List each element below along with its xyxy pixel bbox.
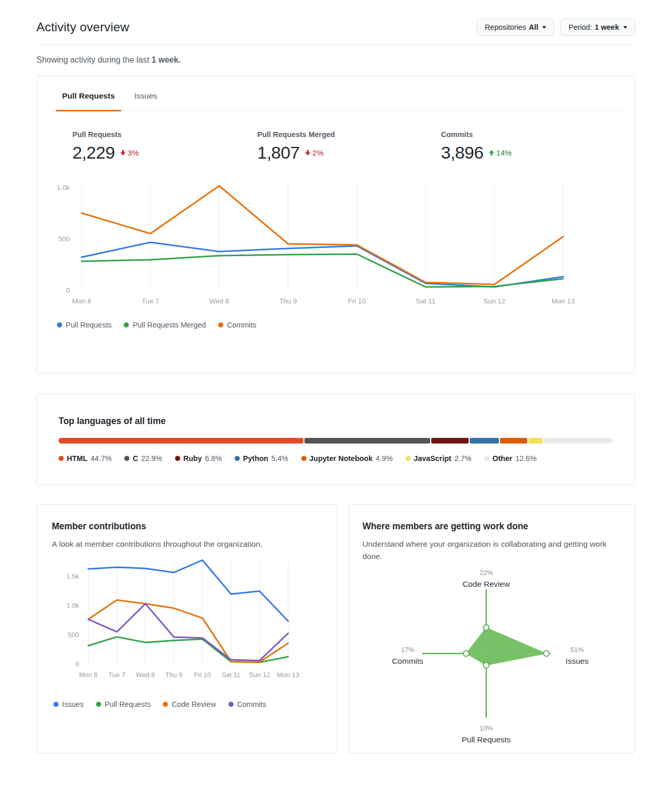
legend-dot-icon	[484, 456, 489, 461]
language-percent: 12.6%	[515, 454, 536, 463]
stat-value: 2,229	[72, 143, 115, 163]
legend-dot-icon	[228, 702, 234, 707]
legend-dot-icon	[301, 456, 306, 461]
languages-title: Top languages of all time	[59, 416, 613, 427]
activity-tabbar: Pull Requests Issues	[50, 76, 621, 111]
repositories-filter-button[interactable]: Repositories All	[477, 18, 554, 36]
svg-text:Mon 6: Mon 6	[79, 671, 98, 679]
language-bar-segment	[500, 438, 527, 444]
svg-text:Fri 10: Fri 10	[348, 297, 366, 305]
language-legend-item: Python5.4%	[235, 454, 288, 463]
language-bar-segment	[544, 438, 613, 444]
svg-text:Sat 11: Sat 11	[416, 297, 435, 305]
language-name: C	[132, 454, 138, 463]
svg-text:Sun 12: Sun 12	[484, 297, 506, 305]
activity-card: Pull Requests Issues Pull Requests 2,229…	[36, 75, 635, 373]
stat-pull-requests: Pull Requests 2,229 3%	[72, 130, 257, 163]
pull-requests-line-chart: Mon 6Tue 7Wed 8Thu 9Fri 10Sat 11Sun 12Mo…	[37, 178, 635, 313]
legend-item: Commits	[218, 321, 256, 329]
legend-dot-icon	[96, 702, 101, 707]
legend-item: Commits	[228, 700, 266, 708]
period-filter-button[interactable]: Period: 1 week	[561, 18, 635, 36]
legend-dot-icon	[124, 456, 129, 461]
legend-dot-icon	[163, 702, 168, 707]
stat-commits: Commits 3,896 14%	[441, 130, 512, 163]
activity-stats-row: Pull Requests 2,229 3% Pull Requests Mer…	[37, 130, 635, 163]
svg-text:0: 0	[66, 286, 70, 294]
stat-value: 1,807	[257, 143, 300, 163]
legend-dot-icon	[124, 322, 129, 328]
language-legend-item: Jupyter Notebook4.9%	[301, 454, 393, 463]
svg-text:Thu 9: Thu 9	[279, 297, 297, 305]
language-name: Ruby	[183, 454, 202, 463]
language-legend-item: JavaScript2.7%	[406, 454, 471, 463]
tab-pull-requests[interactable]: Pull Requests	[56, 91, 121, 111]
legend-item: Pull Requests Merged	[124, 321, 206, 329]
member-contributions-line-chart: Mon 6Tue 7Wed 8Thu 9Fri 10Sat 11Sun 12Mo…	[49, 556, 335, 685]
language-bar-segment	[470, 438, 500, 444]
stat-delta-value: 3%	[128, 148, 139, 157]
language-legend-item: C22.9%	[124, 454, 162, 463]
member-contributions-subtitle: A look at member contributions throughou…	[52, 538, 337, 550]
member-contributions-card: Member contributions A look at member co…	[36, 504, 337, 754]
language-bar-segment	[59, 438, 303, 444]
svg-text:1.0k: 1.0k	[66, 602, 79, 609]
page-header: Activity overview Repositories All Perio…	[36, 0, 635, 36]
stat-label: Pull Requests Merged	[257, 130, 441, 139]
svg-text:Mon 6: Mon 6	[72, 297, 91, 305]
language-percent: 44.7%	[90, 454, 111, 463]
legend-label: Pull Requests Merged	[132, 321, 206, 329]
activity-overview-page: Activity overview Repositories All Perio…	[36, 0, 635, 754]
arrow-up-icon	[488, 149, 495, 156]
svg-text:Wed 8: Wed 8	[136, 671, 155, 679]
stat-delta: 14%	[488, 148, 512, 157]
stat-label: Pull Requests	[72, 130, 257, 139]
repositories-button-value: All	[529, 23, 539, 31]
svg-text:Issues: Issues	[566, 657, 589, 665]
chevron-down-icon	[542, 26, 546, 29]
activity-period-value: 1 week.	[151, 55, 181, 64]
svg-text:Mon 13: Mon 13	[551, 297, 574, 305]
legend-label: Commits	[227, 321, 256, 329]
legend-item: Pull Requests	[96, 700, 150, 708]
svg-text:Wed 8: Wed 8	[209, 297, 229, 305]
tab-issues[interactable]: Issues	[128, 91, 164, 111]
svg-text:500: 500	[68, 631, 79, 639]
svg-text:Sun 12: Sun 12	[249, 671, 270, 679]
language-percent: 4.9%	[376, 454, 393, 463]
legend-dot-icon	[53, 702, 59, 707]
svg-text:Mon 13: Mon 13	[277, 671, 299, 679]
language-percent: 6.8%	[205, 454, 222, 463]
activity-chart-legend: Pull RequestsPull Requests MergedCommits	[57, 321, 635, 329]
language-percent: 2.7%	[454, 454, 471, 463]
legend-dot-icon	[175, 456, 180, 461]
languages-bar	[59, 438, 613, 444]
svg-text:1.5k: 1.5k	[66, 572, 79, 580]
legend-label: Code Review	[171, 700, 216, 708]
legend-dot-icon	[235, 456, 240, 461]
legend-label: Pull Requests	[105, 700, 150, 708]
legend-item: Issues	[53, 700, 84, 708]
bottom-cards-row: Member contributions A look at member co…	[36, 504, 635, 754]
language-bar-segment	[304, 438, 430, 444]
repositories-button-label: Repositories	[485, 23, 526, 31]
svg-text:51%: 51%	[570, 646, 584, 654]
language-name: Python	[243, 454, 268, 463]
activity-period-subtitle: Showing activity during the last 1 week.	[36, 55, 635, 65]
svg-text:Thu 9: Thu 9	[165, 671, 182, 679]
legend-dot-icon	[59, 456, 64, 461]
svg-text:Pull Requests: Pull Requests	[462, 735, 511, 744]
work-distribution-card: Where members are getting work done Unde…	[349, 504, 635, 754]
svg-text:500: 500	[58, 235, 70, 243]
page-title: Activity overview	[36, 20, 129, 34]
svg-text:10%: 10%	[479, 724, 493, 732]
languages-legend: HTML44.7%C22.9%Ruby6.8%Python5.4%Jupyter…	[59, 454, 613, 463]
svg-text:Commits: Commits	[392, 657, 423, 665]
legend-dot-icon	[406, 456, 411, 461]
language-name: Jupyter Notebook	[310, 454, 373, 463]
legend-label: Issues	[62, 700, 84, 708]
arrow-down-icon	[120, 149, 126, 156]
member-contributions-title: Member contributions	[52, 521, 337, 532]
language-percent: 5.4%	[271, 454, 288, 463]
language-legend-item: Ruby6.8%	[175, 454, 222, 463]
